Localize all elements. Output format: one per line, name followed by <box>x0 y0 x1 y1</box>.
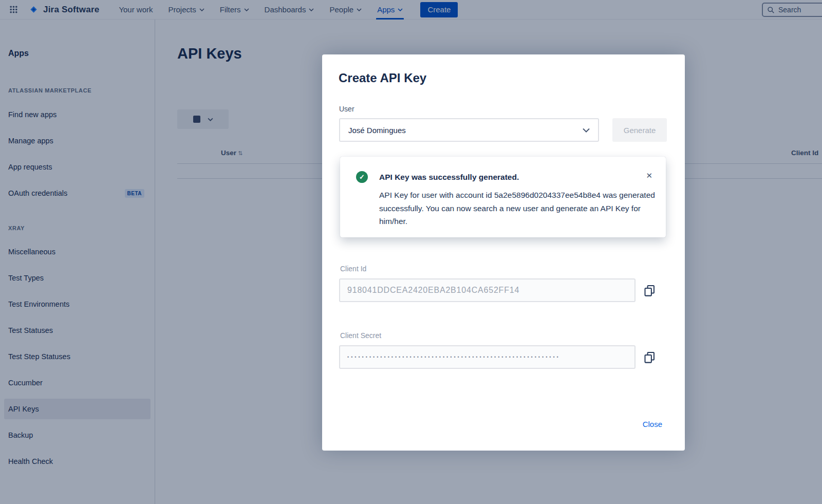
user-select[interactable]: José Domingues <box>339 118 599 142</box>
client-id-input[interactable] <box>339 278 636 302</box>
success-check-icon: ✓ <box>356 171 368 183</box>
copy-client-id-button[interactable] <box>642 283 657 298</box>
flag-close-icon[interactable]: ✕ <box>646 171 652 180</box>
copy-client-secret-button[interactable] <box>642 349 657 365</box>
copy-icon <box>643 350 657 364</box>
modal-title: Create API Key <box>339 71 426 85</box>
flag-title: API Key was successfully generated. <box>379 173 519 182</box>
create-api-key-modal: Create API Key User José Domingues Gener… <box>322 54 685 451</box>
client-secret-input[interactable]: ••••••••••••••••••••••••••••••••••••••••… <box>339 345 636 369</box>
modal-close-button[interactable]: Close <box>643 420 662 428</box>
copy-icon <box>643 284 657 297</box>
client-id-label: Client Id <box>340 265 366 273</box>
chevron-down-icon <box>583 128 590 133</box>
flag-body: API Key for user with account id 5a2e589… <box>379 189 656 228</box>
user-field-label: User <box>339 105 354 113</box>
client-secret-label: Client Secret <box>340 331 381 340</box>
success-flag: ✓ API Key was successfully generated. ✕ … <box>340 157 666 237</box>
generate-button[interactable]: Generate <box>612 118 667 142</box>
user-select-value: José Domingues <box>348 126 406 135</box>
